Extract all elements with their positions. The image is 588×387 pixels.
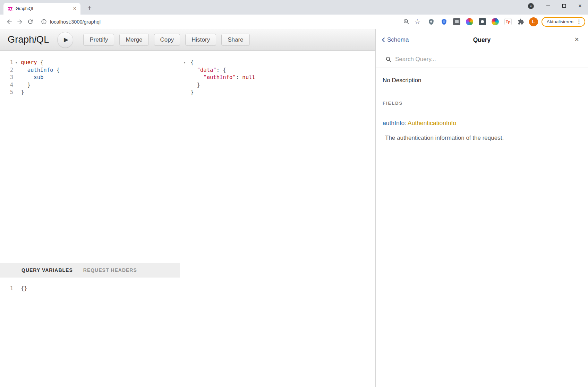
line-number: 3 [0,74,13,81]
url-text[interactable]: localhost:3000/graphql [50,19,400,25]
doc-back-link[interactable]: Schema [381,36,409,43]
fold-arrow-icon[interactable]: ▾ [13,59,19,67]
fields-section-header: FIELDS [383,101,580,106]
graphiql-topbar: GraphiQL ▶ Prettify Merge Copy History S… [0,29,375,51]
back-button[interactable] [4,17,15,27]
doc-explorer-panel: Query Schema × No Description FIELDS aut… [375,29,588,387]
browser-tab-strip: GraphiQL × + ▾ × [0,0,588,15]
line-number: 4 [0,81,13,89]
chevron-left-icon [381,37,385,43]
code-line: 3 sub [0,74,180,81]
code-line: ▾{ [180,59,375,67]
code-line: 2 authInfo { [0,67,180,74]
extension-image-icon[interactable] [452,17,461,26]
tab-request-headers[interactable]: REQUEST HEADERS [83,267,137,273]
window-close-button[interactable]: × [572,0,588,12]
field-name-link[interactable]: authInfo [383,120,404,127]
doc-close-icon[interactable]: × [574,35,579,44]
extension-shield-gray-icon[interactable] [427,17,436,26]
new-tab-button[interactable]: + [85,4,94,12]
execute-query-button[interactable]: ▶ [57,32,73,48]
variables-editor[interactable]: 1{} [0,277,180,387]
code-line: "authInfo": null [180,74,375,81]
reload-button[interactable] [25,17,35,27]
extensions-row: Tp [427,17,526,26]
field-description: The authentication information of the re… [385,135,580,141]
update-button-label: Aktualisieren [547,19,573,24]
window-controls: × [540,0,588,12]
code-line: } [180,81,375,89]
merge-button[interactable]: Merge [119,34,148,46]
doc-search-bar [376,51,588,68]
prettify-button[interactable]: Prettify [83,34,114,46]
response-viewer[interactable]: ▾{ "data": { "authInfo": null }} [180,51,375,387]
search-icon [385,56,392,62]
tab-close-icon[interactable]: × [72,6,78,11]
omnibox[interactable]: localhost:3000/graphql ☆ [37,16,423,27]
line-number: 1 [0,285,13,293]
minimize-button[interactable] [540,0,556,12]
query-pane: 1▾query {2 authInfo {3 sub4 }5} QUERY VA… [0,51,180,387]
bookmark-star-icon[interactable]: ☆ [415,18,420,25]
graphiql-app: GraphiQL ▶ Prettify Merge Copy History S… [0,29,375,387]
browser-menu-kebab-icon[interactable]: ⋮ [576,18,582,25]
copy-button[interactable]: Copy [154,34,180,46]
editor-area: 1▾query {2 authInfo {3 sub4 }5} QUERY VA… [0,51,375,387]
line-number: 2 [0,67,13,74]
share-button[interactable]: Share [221,34,249,46]
code-line: 4 } [0,81,180,89]
doc-explorer-title-bar: Query Schema × [376,29,588,51]
doc-search-input[interactable] [395,56,581,63]
code-line: } [180,89,375,96]
fold-arrow-icon[interactable]: ▾ [180,59,189,67]
page-info-icon[interactable] [41,19,47,25]
doc-content: No Description FIELDS authInfo: Authenti… [376,68,588,141]
extension-camera-icon[interactable] [478,17,487,26]
field-type-link[interactable]: AuthenticationInfo [408,120,456,127]
browser-navbar: localhost:3000/graphql ☆ Tp [0,15,588,29]
code-line: 1{} [0,285,180,293]
graphiql-logo: GraphiQL [8,34,49,45]
extension-shield-blue-icon[interactable] [440,17,449,26]
type-description: No Description [383,77,580,84]
line-number: 5 [0,89,13,96]
forward-button[interactable] [15,17,25,27]
variables-title-bar: QUERY VARIABLES REQUEST HEADERS [0,263,180,277]
play-icon: ▶ [64,36,68,43]
extension-colorwheel-icon[interactable] [465,17,474,26]
tab-query-variables[interactable]: QUERY VARIABLES [22,267,73,273]
code-line: 1▾query { [0,59,180,67]
tab-search-button[interactable]: ▾ [528,3,534,9]
maximize-button[interactable] [556,0,572,12]
query-editor[interactable]: 1▾query {2 authInfo {3 sub4 }5} [0,51,180,263]
extension-pinwheel-icon[interactable] [491,17,500,26]
field-row: authInfo: AuthenticationInfo [383,120,580,127]
graphiql-favicon-icon [8,6,13,11]
history-button[interactable]: History [185,34,216,46]
toolbar-buttons: Prettify Merge Copy History Share [83,34,249,46]
browser-tab[interactable]: GraphiQL × [3,3,80,15]
line-number: 1 [0,59,13,67]
tab-title: GraphiQL [16,6,72,11]
profile-avatar[interactable]: L [529,17,538,26]
code-line: 5} [0,89,180,96]
extensions-puzzle-icon[interactable] [517,17,526,26]
update-browser-button[interactable]: Aktualisieren ⋮ [542,17,585,27]
code-line: "data": { [180,67,375,74]
zoom-icon[interactable] [403,18,410,25]
extension-tp-icon[interactable]: Tp [504,17,513,26]
